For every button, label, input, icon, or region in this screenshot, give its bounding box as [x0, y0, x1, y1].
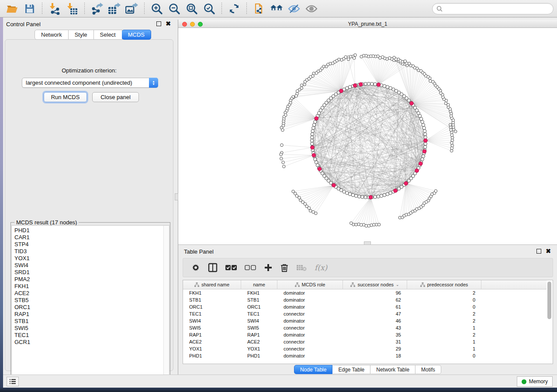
table-settings-icon[interactable] — [191, 263, 200, 272]
add-column-icon[interactable] — [264, 263, 273, 272]
table-cell: 2 — [407, 332, 481, 337]
table-toolbar: f(x) — [183, 258, 553, 277]
result-node[interactable]: TEC1 — [14, 332, 169, 339]
delete-table-icon[interactable] — [296, 264, 307, 271]
result-node[interactable]: STP4 — [14, 241, 169, 248]
table-row[interactable]: SWI5SWI5connector431 — [183, 324, 547, 331]
new-network-file-icon[interactable] — [253, 2, 266, 15]
result-node[interactable]: TID3 — [14, 248, 169, 255]
column-header-successor-nodes[interactable]: successor nodes⌄ — [343, 280, 407, 289]
tab-select[interactable]: Select — [94, 30, 122, 40]
show-all-homes-icon[interactable] — [270, 2, 283, 15]
mcds-result-list[interactable]: PHD1CAR1STP4TID3YOX1SWI4SRD1PMA2FKH1ACE2… — [11, 225, 170, 382]
run-mcds-button[interactable]: Run MCDS — [44, 92, 87, 102]
save-icon[interactable] — [23, 2, 36, 15]
tab-edge-table[interactable]: Edge Table — [332, 365, 370, 374]
zoom-fit-icon[interactable] — [185, 2, 198, 15]
network-window-titlebar[interactable]: YPA_prune.txt_1 — [178, 20, 557, 28]
result-node[interactable]: GCR1 — [14, 339, 169, 346]
network-graph — [178, 28, 557, 244]
panel-menu-button[interactable] — [7, 377, 19, 386]
table-cell: 61 — [343, 304, 407, 309]
import-table-icon[interactable] — [66, 2, 79, 15]
main-toolbar — [0, 0, 557, 17]
network-canvas[interactable] — [178, 28, 557, 244]
table-row[interactable]: ACE2ACE2connector311 — [183, 338, 547, 345]
export-table-icon[interactable] — [108, 2, 121, 15]
tab-mcds[interactable]: MCDS — [122, 30, 151, 40]
import-network-icon[interactable] — [48, 2, 61, 15]
control-panel-tabs: NetworkStyleSelectMCDS — [35, 30, 151, 40]
table-row[interactable]: SWI4SWI4dominator462 — [183, 317, 547, 324]
float-panel-icon[interactable] — [156, 21, 161, 26]
result-node[interactable]: FKH1 — [14, 283, 169, 290]
search-input[interactable] — [443, 6, 549, 12]
result-node[interactable]: SWI5 — [14, 325, 169, 332]
table-row[interactable]: YOX1YOX1connector291 — [183, 345, 547, 352]
zoom-selected-icon[interactable] — [203, 2, 216, 15]
table-cell: 29 — [343, 346, 407, 351]
toolbar-separator — [144, 3, 145, 15]
tab-style[interactable]: Style — [69, 30, 94, 40]
result-node[interactable]: STB5 — [14, 297, 169, 304]
function-builder-icon[interactable]: f(x) — [315, 263, 327, 272]
close-panel-icon[interactable]: ✖ — [166, 21, 171, 26]
search-field[interactable] — [432, 3, 554, 14]
mcds-result-title: MCDS result (17 nodes) — [14, 219, 79, 226]
hide-appearance-icon[interactable] — [287, 2, 301, 15]
column-header-shared-name[interactable]: shared name — [183, 280, 241, 289]
tab-network-table[interactable]: Network Table — [370, 365, 415, 374]
result-node[interactable]: YOX1 — [14, 255, 169, 262]
result-node[interactable]: STB1 — [14, 318, 169, 325]
application-window: Control Panel ✖ NetworkStyleSelectMCDS O… — [0, 0, 557, 392]
memory-button[interactable]: Memory — [517, 376, 553, 387]
table-row[interactable]: ORC1ORC1dominator610 — [183, 303, 547, 310]
tab-network[interactable]: Network — [35, 30, 69, 40]
vertical-splitter-handle[interactable] — [175, 193, 178, 200]
export-image-icon[interactable] — [125, 2, 138, 15]
show-appearance-icon[interactable] — [305, 2, 318, 15]
table-row[interactable]: FKH1FKH1dominator962 — [183, 289, 547, 296]
close-panel-button[interactable]: Close panel — [92, 92, 139, 102]
result-node[interactable]: SRD1 — [14, 269, 169, 276]
deselect-all-icon[interactable] — [245, 265, 256, 271]
float-panel-icon[interactable] — [536, 249, 541, 254]
criterion-dropdown[interactable]: largest connected component (undirected)… — [22, 78, 158, 88]
tab-node-table[interactable]: Node Table — [294, 365, 333, 374]
result-node[interactable]: CAR1 — [14, 234, 169, 241]
open-file-icon[interactable] — [6, 2, 19, 15]
delete-column-icon[interactable] — [280, 263, 288, 272]
result-node[interactable]: PMA2 — [14, 276, 169, 283]
table-row[interactable]: STB1STB1dominator620 — [183, 296, 547, 303]
scrollbar-thumb[interactable] — [547, 282, 551, 319]
criterion-value: largest connected component (undirected) — [22, 79, 149, 86]
table-scrollbar[interactable] — [547, 281, 552, 364]
export-network-icon[interactable] — [90, 2, 104, 15]
result-node[interactable]: ORC1 — [14, 304, 169, 311]
result-node[interactable]: RAP1 — [14, 311, 169, 318]
column-header-predecessor-nodes[interactable]: predecessor nodes — [407, 280, 481, 289]
table-cell: PHD1 — [183, 353, 241, 358]
close-panel-icon[interactable]: ✖ — [546, 249, 551, 254]
table-panel-tabs: Node TableEdge TableNetwork TableMotifs — [178, 365, 557, 374]
show-column-icon[interactable] — [208, 263, 218, 272]
table-row[interactable]: PHD1PHD1dominator180 — [183, 352, 547, 359]
result-node[interactable]: SWI4 — [14, 262, 169, 269]
column-header-MCDS-role[interactable]: MCDS role — [277, 280, 343, 289]
zoom-in-icon[interactable] — [150, 2, 163, 15]
column-header-name[interactable]: name — [241, 280, 277, 289]
result-node[interactable]: PHD1 — [14, 227, 169, 234]
table-cell: 2 — [407, 311, 481, 316]
horizontal-splitter-handle[interactable] — [364, 241, 371, 245]
table-cell: connector — [277, 339, 343, 344]
table-cell: YOX1 — [183, 346, 241, 351]
result-node[interactable]: ACE2 — [14, 290, 169, 297]
zoom-out-icon[interactable] — [168, 2, 181, 15]
tab-motifs[interactable]: Motifs — [415, 365, 441, 374]
status-bar: Memory — [3, 375, 557, 388]
table-row[interactable]: TEC1TEC1connector472 — [183, 310, 547, 317]
refresh-icon[interactable] — [228, 2, 241, 15]
table-row[interactable]: RAP1RAP1dominator352 — [183, 331, 547, 338]
select-all-icon[interactable] — [225, 265, 237, 271]
result-scrollbar[interactable] — [163, 226, 169, 382]
